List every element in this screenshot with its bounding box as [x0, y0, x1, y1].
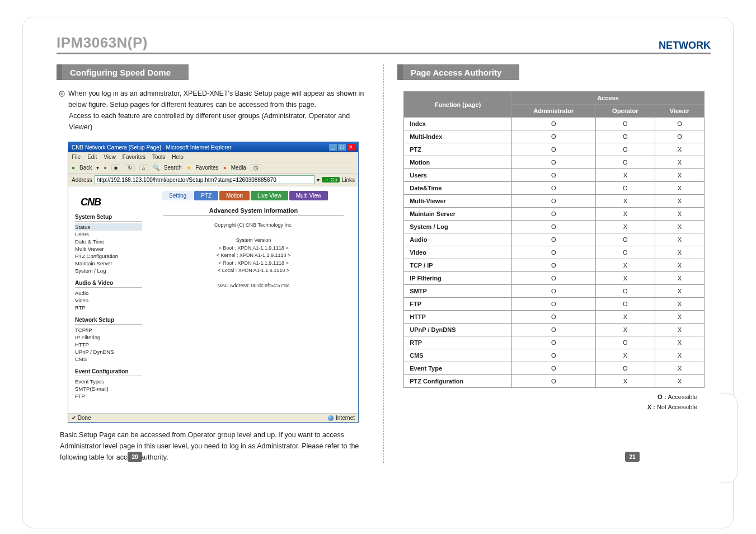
cell-access: O [512, 375, 596, 388]
sidebar-group: Network SetupTCP/IPIP FilteringHTTPUPnP … [75, 317, 142, 363]
intro-text1: When you log in as an administrator, XPE… [68, 88, 368, 110]
search-label[interactable]: Search [164, 165, 182, 171]
cell-function: UPnP / DynDNS [404, 324, 512, 336]
cell-access: O [595, 156, 655, 169]
close-icon[interactable]: ✕ [347, 144, 355, 151]
cell-function: TCP / IP [404, 259, 512, 272]
back-icon[interactable]: ● [72, 165, 75, 171]
menu-edit[interactable]: Edit [87, 154, 97, 160]
cell-access: X [655, 336, 705, 349]
cell-access: O [512, 143, 596, 156]
tab-ptz[interactable]: PTZ [194, 191, 218, 200]
address-input[interactable] [95, 175, 314, 184]
cell-access: X [655, 349, 705, 362]
sidebar-item[interactable]: PTZ Configuration [75, 252, 142, 260]
cell-function: Audio [404, 233, 512, 246]
model-name: IPM3063N(P) [57, 34, 148, 51]
table-row: System / LogOXX [404, 221, 705, 233]
back-label[interactable]: Back [79, 165, 92, 171]
th-admin: Administrator [512, 105, 596, 118]
cell-function: PTZ Configuration [404, 375, 512, 388]
tab-multiview[interactable]: Multi View [289, 191, 328, 200]
menu-help[interactable]: Help [172, 154, 184, 160]
sidebar-item[interactable]: RTP [75, 304, 142, 311]
go-button[interactable]: → Go [322, 177, 340, 182]
cell-access: X [655, 221, 705, 233]
cell-access: O [512, 182, 596, 195]
favorites-icon[interactable]: ★ [186, 165, 191, 171]
cell-access: X [655, 362, 705, 375]
menu-favorites[interactable]: Favorites [123, 154, 145, 160]
sidebar-group-header: Event Configuration [75, 368, 142, 376]
menu-tools[interactable]: Tools [152, 154, 165, 160]
sidebar-item[interactable]: TCP/IP [75, 326, 142, 334]
cell-access: O [512, 156, 596, 169]
cell-access: O [595, 362, 655, 375]
sidebar-item[interactable]: HTTP [75, 341, 142, 348]
th-viewer: Viewer [655, 105, 705, 118]
sidebar-item[interactable]: Audio [75, 289, 142, 297]
cell-access: O [512, 169, 596, 182]
cell-access: O [512, 195, 596, 208]
media-icon[interactable]: ● [223, 165, 227, 171]
sidebar-item[interactable]: IP Filtering [75, 334, 142, 341]
tab-motion[interactable]: Motion [219, 191, 250, 200]
refresh-icon[interactable]: ↻ [125, 164, 135, 171]
sidebar-item[interactable]: Date & Time [75, 238, 142, 245]
menu-view[interactable]: View [104, 154, 116, 160]
sidebar-item[interactable]: Status [75, 223, 142, 231]
ie-main-panel: Setting PTZ Motion Live View Multi View … [145, 191, 355, 402]
cell-access: O [512, 272, 596, 285]
cell-access: X [595, 375, 655, 388]
copyright-text: Copyright (C) CNB Technology Inc. [152, 222, 355, 229]
sidebar-item[interactable]: SMTP(E-mail) [75, 385, 142, 392]
mac-address: MAC Address: 00:dc:ef:54:57:8c [152, 282, 355, 290]
tab-liveview[interactable]: Live View [251, 191, 288, 200]
media-label[interactable]: Media [231, 165, 246, 171]
cell-access: X [655, 195, 705, 208]
globe-icon [328, 415, 334, 421]
go-dropdown-icon[interactable]: ▾ [317, 177, 320, 183]
two-column-layout: Configuring Speed Dome ◎ When you log in… [57, 64, 711, 463]
cell-access: O [512, 233, 596, 246]
cell-access: O [595, 130, 655, 143]
ie-toolbar: ● Back ▾ ● ■ ↻ ⌂ 🔍 Search ★ Favorites ● … [68, 162, 358, 174]
ie-title-text: CNB Network Camera [Setup Page] - Micros… [72, 144, 232, 151]
intro-paragraph: ◎ When you log in as an administrator, X… [57, 88, 370, 133]
sidebar-item[interactable]: System / Log [75, 267, 142, 274]
tab-setting[interactable]: Setting [162, 191, 193, 200]
forward-icon[interactable]: ● [104, 165, 106, 171]
cell-access: X [655, 375, 705, 388]
minimize-icon[interactable]: _ [329, 144, 337, 151]
maximize-icon[interactable]: □ [338, 144, 346, 151]
cell-access: X [655, 298, 705, 311]
table-row: IndexOOO [404, 118, 705, 130]
table-row: SMTPOOX [404, 285, 705, 298]
cell-access: X [655, 272, 705, 285]
stop-icon[interactable]: ■ [111, 164, 120, 171]
sidebar-item[interactable]: Users [75, 231, 142, 238]
favorites-label[interactable]: Favorites [196, 165, 219, 171]
below-figure-text: Basic Setup Page can be accessed from Op… [57, 429, 370, 463]
ie-statusbar: ✔ Done Internet [68, 413, 358, 422]
cell-access: X [655, 233, 705, 246]
sidebar-group: System SetupStatusUsersDate & TimeMulti … [75, 214, 142, 274]
sidebar-item[interactable]: CMS [75, 355, 142, 363]
sidebar-item[interactable]: Video [75, 297, 142, 304]
page-number-right: 21 [625, 452, 640, 462]
cell-access: X [595, 208, 655, 221]
sidebar-item[interactable]: Event Types [75, 378, 142, 385]
home-icon[interactable]: ⌂ [139, 164, 148, 171]
sidebar-item[interactable]: UPnP / DynDNS [75, 348, 142, 355]
history-icon[interactable]: ◷ [251, 164, 261, 171]
sidebar-item[interactable]: Multi Viewer [75, 245, 142, 252]
status-done: Done [78, 415, 91, 421]
cell-access: O [512, 298, 596, 311]
header-row: IPM3063N(P) NETWORK [57, 34, 711, 54]
sidebar-group-header: Network Setup [75, 317, 142, 325]
table-row: IP FilteringOXX [404, 272, 705, 285]
search-icon[interactable]: 🔍 [153, 165, 159, 171]
menu-file[interactable]: File [72, 154, 81, 160]
sidebar-item[interactable]: FTP [75, 392, 142, 400]
sidebar-item[interactable]: Maintain Server [75, 260, 142, 267]
